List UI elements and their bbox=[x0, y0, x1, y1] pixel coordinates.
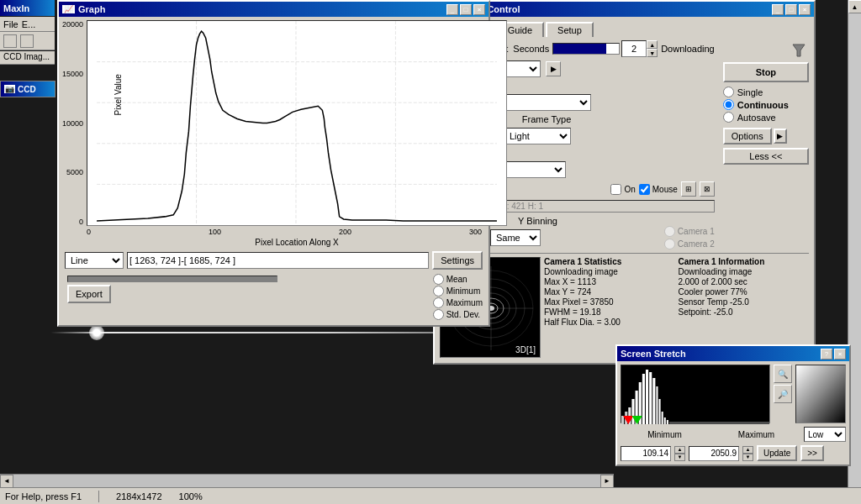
autosave-radio[interactable]: Autosave bbox=[723, 112, 809, 123]
seconds-field[interactable] bbox=[621, 40, 647, 57]
ccd-label: CCD Imag... bbox=[0, 51, 55, 65]
edit-menu[interactable]: E... bbox=[22, 19, 36, 29]
update-button[interactable]: Update bbox=[757, 445, 797, 461]
subframe-btn2[interactable]: ⊠ bbox=[700, 181, 715, 197]
stddev-radio[interactable]: Std. Dev. bbox=[433, 309, 483, 320]
graph-content: 20000 15000 10000 5000 0 bbox=[59, 17, 489, 325]
minimum-label: Minimum bbox=[621, 430, 709, 439]
subframe-on-check[interactable]: On bbox=[610, 184, 635, 195]
min-value-field[interactable] bbox=[621, 446, 671, 461]
options-arrow-btn[interactable]: ▶ bbox=[774, 129, 787, 144]
menu-bar[interactable]: File E... bbox=[0, 17, 55, 32]
seconds-down-btn[interactable]: ▼ bbox=[647, 49, 658, 57]
scroll-left-btn[interactable]: ◄ bbox=[0, 475, 13, 488]
stretch-close-btn[interactable]: × bbox=[834, 349, 846, 360]
graph-close-btn[interactable]: × bbox=[473, 4, 485, 15]
stop-button[interactable]: Stop bbox=[723, 62, 809, 82]
graph-type-select[interactable]: Line bbox=[65, 252, 124, 269]
settings-button[interactable]: Settings bbox=[432, 251, 483, 270]
file-menu[interactable]: File bbox=[3, 19, 18, 29]
export-button[interactable]: Export bbox=[67, 285, 111, 303]
downloading-status: Downloading bbox=[661, 44, 715, 54]
options-button[interactable]: Options bbox=[723, 128, 772, 144]
more-btn[interactable]: >> bbox=[800, 445, 824, 461]
scroll-up-btn[interactable]: ▲ bbox=[848, 0, 862, 13]
mean-radio[interactable]: Mean bbox=[433, 274, 483, 285]
zoom-in-btn[interactable]: 🔍 bbox=[774, 365, 792, 383]
help-text: For Help, press F1 bbox=[5, 491, 82, 501]
zoom-out-btn[interactable]: 🔎 bbox=[774, 385, 792, 403]
svg-rect-19 bbox=[621, 416, 624, 424]
progress-bar bbox=[67, 276, 277, 282]
ccd-titlebar: 📷 CCD bbox=[1, 81, 55, 97]
camera-close-btn[interactable]: × bbox=[799, 4, 811, 15]
funnel-area bbox=[723, 40, 809, 60]
stretch-content: 🔍 🔎 Minimum Maximum Low Medium High ▲ ▼ bbox=[617, 361, 849, 465]
subframe-mouse-check[interactable]: Mouse bbox=[639, 184, 678, 195]
graph-toolbar: Line Settings bbox=[62, 249, 485, 272]
graph-window-controls[interactable]: _ □ × bbox=[446, 4, 485, 15]
histogram-svg bbox=[621, 365, 769, 424]
x-axis-label: Pixel Location Along X bbox=[87, 236, 507, 249]
svg-rect-22 bbox=[631, 399, 634, 424]
seconds-label: Seconds bbox=[513, 44, 549, 54]
svg-rect-31 bbox=[662, 412, 663, 424]
camera-maximize-btn[interactable]: □ bbox=[785, 4, 797, 15]
horizontal-scrollbar[interactable]: ◄ ► bbox=[0, 474, 614, 487]
svg-rect-34 bbox=[669, 422, 769, 424]
svg-rect-33 bbox=[667, 420, 668, 424]
max-value-field[interactable] bbox=[689, 446, 739, 461]
camera-window-controls[interactable]: _ □ × bbox=[772, 4, 811, 15]
maximum-radio[interactable]: Maximum bbox=[433, 297, 483, 308]
scroll-right-btn[interactable]: ► bbox=[600, 475, 614, 488]
stretch-preview bbox=[795, 365, 846, 423]
max-spinner: ▲ ▼ bbox=[742, 446, 753, 461]
svg-marker-7 bbox=[793, 45, 805, 56]
stretch-level-select[interactable]: Low Medium High bbox=[804, 427, 846, 442]
graph-bottom: Export Mean Minimum Maximum Std. Dev. bbox=[62, 272, 485, 322]
y-binning-label: Y Binning bbox=[518, 216, 557, 226]
svg-rect-26 bbox=[646, 370, 648, 424]
max-down-btn[interactable]: ▼ bbox=[742, 454, 753, 461]
graph-svg bbox=[87, 21, 506, 225]
graph-maximize-btn[interactable]: □ bbox=[460, 4, 472, 15]
graph-minimize-btn[interactable]: _ bbox=[446, 4, 458, 15]
stretch-histogram bbox=[621, 365, 770, 423]
preset-play-btn[interactable]: ▶ bbox=[546, 61, 561, 76]
graph-window: 📈 Graph _ □ × 20000 15000 10000 5000 0 bbox=[57, 0, 490, 327]
scroll-thumb[interactable] bbox=[13, 475, 600, 487]
camera-right-panel: Stop Single Continuous Autosave Options … bbox=[720, 40, 809, 249]
seconds-progress bbox=[552, 43, 620, 55]
stretch-window-controls[interactable]: ? × bbox=[821, 349, 846, 360]
camera2-radio[interactable]: Camera 2 bbox=[664, 239, 715, 249]
ccd-window: 📷 CCD bbox=[0, 81, 55, 97]
camera-titlebar: 📷 Camera Control _ □ × bbox=[435, 2, 814, 17]
max-up-btn[interactable]: ▲ bbox=[742, 446, 753, 454]
continuous-radio[interactable]: Continuous bbox=[723, 99, 809, 110]
svg-rect-28 bbox=[652, 378, 655, 424]
less-button[interactable]: Less << bbox=[723, 148, 809, 165]
subframe-btn1[interactable]: ⊞ bbox=[681, 181, 696, 197]
tab-setup[interactable]: Setup bbox=[546, 22, 594, 37]
camera-minimize-btn[interactable]: _ bbox=[772, 4, 784, 15]
stretch-help-btn[interactable]: ? bbox=[821, 349, 832, 360]
stretch-bottom-controls: Minimum Maximum Low Medium High bbox=[621, 427, 846, 442]
y-axis-label: Pixel Value bbox=[114, 74, 123, 115]
frame-type-select[interactable]: Light bbox=[504, 128, 571, 144]
seconds-up-btn[interactable]: ▲ bbox=[647, 40, 658, 49]
stretch-titlebar: Screen Stretch ? × bbox=[617, 346, 849, 361]
subframe-controls: On Mouse ⊞ ⊠ bbox=[610, 181, 714, 197]
camera1-radio[interactable]: Camera 1 bbox=[664, 226, 715, 237]
y-axis: 20000 15000 10000 5000 0 bbox=[62, 20, 87, 226]
stats-area: 3D[1] Camera 1 Statistics Downloading im… bbox=[440, 253, 809, 358]
toolbar-btn2[interactable] bbox=[20, 34, 34, 48]
graph-radio-group: Mean Minimum Maximum Std. Dev. bbox=[433, 274, 483, 320]
minimum-radio[interactable]: Minimum bbox=[433, 286, 483, 297]
toolbar-btn1[interactable] bbox=[3, 34, 17, 48]
single-radio[interactable]: Single bbox=[723, 87, 809, 97]
graph-coords-input[interactable] bbox=[127, 252, 429, 269]
svg-rect-30 bbox=[659, 399, 661, 424]
min-down-btn[interactable]: ▼ bbox=[674, 454, 685, 461]
ccd-icon: 📷 bbox=[4, 85, 15, 93]
min-up-btn[interactable]: ▲ bbox=[674, 446, 685, 454]
